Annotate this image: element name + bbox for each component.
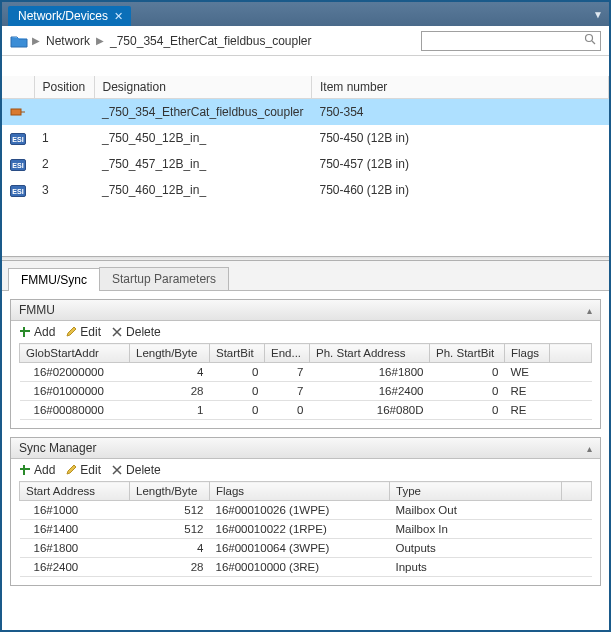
cell-len: 512 xyxy=(130,501,210,520)
col-phstartbit[interactable]: Ph. StartBit xyxy=(430,344,505,363)
cell-designation: _750_460_12B_in_ xyxy=(94,177,312,203)
cell-flags: WE xyxy=(505,363,550,382)
col-position[interactable]: Position xyxy=(34,76,94,99)
search-input[interactable] xyxy=(426,33,584,49)
cell-flags: RE xyxy=(505,382,550,401)
col-designation[interactable]: Designation xyxy=(94,76,312,99)
cell-eb: 0 xyxy=(265,401,310,420)
col-flags[interactable]: Flags xyxy=(210,482,390,501)
device-table: Position Designation Item number _750_35… xyxy=(2,76,609,203)
module-icon: ESI xyxy=(10,159,26,171)
table-row[interactable]: 16#140051216#00010022 (1RPE)Mailbox In xyxy=(20,520,592,539)
cell-psb: 0 xyxy=(430,382,505,401)
col-globstartaddr[interactable]: GlobStartAddr xyxy=(20,344,130,363)
col-spacer xyxy=(550,344,592,363)
col-phstart[interactable]: Ph. Start Address xyxy=(310,344,430,363)
cell-position xyxy=(34,99,94,126)
cell-len: 1 xyxy=(130,401,210,420)
cell-addr: 16#02000000 xyxy=(20,363,130,382)
cell-flags: 16#00010064 (3WPE) xyxy=(210,539,390,558)
delete-button[interactable]: Delete xyxy=(111,325,161,339)
delete-icon xyxy=(111,464,123,476)
cell-icon: ESI xyxy=(2,177,34,203)
tab-overflow-icon[interactable]: ▼ xyxy=(587,9,609,20)
cell-len: 28 xyxy=(130,558,210,577)
cell-item: 750-460 (12B in) xyxy=(312,177,609,203)
table-row[interactable]: 16#1800416#00010064 (3WPE)Outputs xyxy=(20,539,592,558)
breadcrumb: ▶ Network ▶ _750_354_EtherCat_fieldbus_c… xyxy=(2,26,609,56)
edit-button[interactable]: Edit xyxy=(65,325,101,339)
module-icon: ESI xyxy=(10,133,26,145)
chevron-up-icon[interactable]: ▴ xyxy=(587,305,592,316)
device-tree-pane: Position Designation Item number _750_35… xyxy=(2,56,609,256)
col-item[interactable]: Item number xyxy=(312,76,609,99)
svg-rect-2 xyxy=(11,109,21,115)
cell-psb: 0 xyxy=(430,401,505,420)
col-flags[interactable]: Flags xyxy=(505,344,550,363)
cell-flags: 16#00010022 (1RPE) xyxy=(210,520,390,539)
table-row[interactable]: 16#0200000040716#18000WE xyxy=(20,363,592,382)
cell-len: 512 xyxy=(130,520,210,539)
pencil-icon xyxy=(65,464,77,476)
cell-type: Outputs xyxy=(390,539,562,558)
col-length[interactable]: Length/Byte xyxy=(130,344,210,363)
cell-icon: ESI xyxy=(2,125,34,151)
table-row[interactable]: ESI1_750_450_12B_in_750-450 (12B in) xyxy=(2,125,609,151)
col-startbit[interactable]: StartBit xyxy=(210,344,265,363)
cell-designation: _750_450_12B_in_ xyxy=(94,125,312,151)
table-row[interactable]: ESI3_750_460_12B_in_750-460 (12B in) xyxy=(2,177,609,203)
tab-fmmu-sync[interactable]: FMMU/Sync xyxy=(8,268,100,291)
fmmu-header-row: GlobStartAddr Length/Byte StartBit End..… xyxy=(20,344,592,363)
cell-sb: 0 xyxy=(210,363,265,382)
folder-icon xyxy=(10,34,28,48)
tab-label: Network/Devices xyxy=(18,9,108,23)
table-row[interactable]: 16#100051216#00010026 (1WPE)Mailbox Out xyxy=(20,501,592,520)
col-icon[interactable] xyxy=(2,76,34,99)
tab-startup-parameters[interactable]: Startup Parameters xyxy=(99,267,229,290)
fmmu-table: GlobStartAddr Length/Byte StartBit End..… xyxy=(19,343,592,420)
cell-len: 4 xyxy=(130,363,210,382)
breadcrumb-root[interactable]: Network xyxy=(44,34,92,48)
table-row[interactable]: _750_354_EtherCat_fieldbus_coupler750-35… xyxy=(2,99,609,126)
search-box[interactable] xyxy=(421,31,601,51)
table-row[interactable]: ESI2_750_457_12B_in_750-457 (12B in) xyxy=(2,151,609,177)
cell-sb: 0 xyxy=(210,401,265,420)
col-endbit[interactable]: End... xyxy=(265,344,310,363)
cell-ph: 16#080D xyxy=(310,401,430,420)
fmmu-group-header[interactable]: FMMU ▴ xyxy=(11,300,600,321)
svg-line-1 xyxy=(592,41,595,44)
sync-group-header[interactable]: Sync Manager ▴ xyxy=(11,438,600,459)
device-status-icon xyxy=(10,106,26,118)
table-row[interactable]: 16#24002816#00010000 (3RE)Inputs xyxy=(20,558,592,577)
table-row[interactable]: 16#0008000010016#080D0RE xyxy=(20,401,592,420)
sync-table: Start Address Length/Byte Flags Type 16#… xyxy=(19,481,592,577)
delete-button[interactable]: Delete xyxy=(111,463,161,477)
edit-button[interactable]: Edit xyxy=(65,463,101,477)
cell-item: 750-457 (12B in) xyxy=(312,151,609,177)
cell-item: 750-354 xyxy=(312,99,609,126)
cell-position: 1 xyxy=(34,125,94,151)
col-type[interactable]: Type xyxy=(390,482,562,501)
col-startaddr[interactable]: Start Address xyxy=(20,482,130,501)
breadcrumb-current[interactable]: _750_354_EtherCat_fieldbus_coupler xyxy=(108,34,314,48)
plus-icon xyxy=(19,326,31,338)
add-button[interactable]: Add xyxy=(19,463,55,477)
cell-addr: 16#00080000 xyxy=(20,401,130,420)
detail-pane: FMMU/Sync Startup Parameters FMMU ▴ Add … xyxy=(2,261,609,586)
svg-point-0 xyxy=(586,35,593,42)
device-table-header: Position Designation Item number xyxy=(2,76,609,99)
search-icon[interactable] xyxy=(584,33,596,48)
add-button[interactable]: Add xyxy=(19,325,55,339)
cell-addr: 16#2400 xyxy=(20,558,130,577)
chevron-up-icon[interactable]: ▴ xyxy=(587,443,592,454)
cell-type: Mailbox Out xyxy=(390,501,562,520)
table-row[interactable]: 16#01000000280716#24000RE xyxy=(20,382,592,401)
close-icon[interactable]: ✕ xyxy=(114,10,123,23)
tab-network-devices[interactable]: Network/Devices ✕ xyxy=(8,6,131,26)
col-spacer xyxy=(562,482,592,501)
fmmu-title: FMMU xyxy=(19,303,55,317)
cell-icon xyxy=(2,99,34,126)
detail-tabs: FMMU/Sync Startup Parameters xyxy=(2,261,609,291)
sync-group: Sync Manager ▴ Add Edit Delete Start Add… xyxy=(10,437,601,586)
col-length[interactable]: Length/Byte xyxy=(130,482,210,501)
